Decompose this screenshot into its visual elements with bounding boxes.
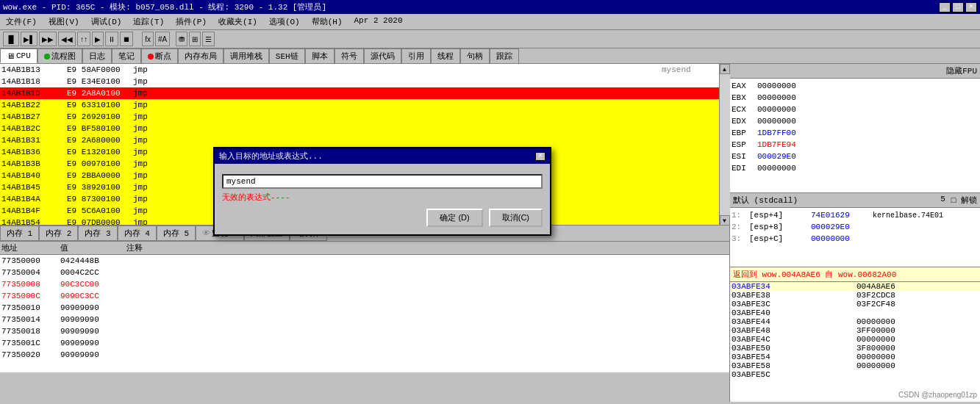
- bottom-tab-mem3[interactable]: 内存 3: [78, 226, 117, 241]
- tab-script[interactable]: 脚本: [305, 48, 335, 63]
- table-row[interactable]: 14AB1B27 E9 26920100 jmp: [0, 111, 719, 123]
- toolbar-btn-3[interactable]: ◀◀: [58, 32, 76, 46]
- bottom-tab-mem4[interactable]: 内存 4: [118, 226, 157, 241]
- hint-unlock[interactable]: □ 解锁: [951, 195, 977, 206]
- tab-breakpoints[interactable]: 断点: [141, 48, 178, 63]
- table-row[interactable]: 14AB1B18 E9 E34E0100 jmp: [0, 76, 719, 87]
- list-item[interactable]: 03ABFE58 00000000: [730, 361, 980, 370]
- code-scrollbar[interactable]: ▲ ▼: [719, 64, 729, 226]
- mem-comment: [125, 302, 729, 314]
- dialog-cancel-btn[interactable]: 取消(C): [489, 209, 543, 227]
- scroll-down-btn[interactable]: ▼: [720, 215, 730, 226]
- list-item[interactable]: 77350018 90909090: [0, 325, 729, 337]
- tab-trace[interactable]: 跟踪: [490, 48, 519, 63]
- tab-symbols[interactable]: 符号: [335, 48, 364, 63]
- table-row[interactable]: 14AB1B1D → E9 2A8A0100 jmp: [0, 87, 719, 99]
- list-item[interactable]: 03ABFE4C 00000000: [730, 335, 980, 344]
- list-item[interactable]: 77350020 90909090: [0, 349, 729, 361]
- reg-val[interactable]: 1DB7FF00: [757, 129, 816, 137]
- table-row[interactable]: 14AB1B13 E9 58AF0000 jmp mysend: [0, 64, 719, 76]
- tab-notes[interactable]: 笔记: [112, 48, 141, 63]
- tab-handles[interactable]: 句柄: [460, 48, 490, 63]
- toolbar-btn-1[interactable]: ▶▌: [21, 32, 37, 46]
- menu-debug[interactable]: 调试(D): [88, 15, 125, 28]
- table-row[interactable]: 14AB1B2C E9 BF580100 jmp: [0, 123, 719, 134]
- toolbar-btn-4[interactable]: ↑↑: [77, 32, 90, 46]
- menu-options[interactable]: 选项(O): [266, 15, 303, 28]
- code-bytes: E9 2BBA0000: [65, 170, 132, 181]
- menu-help[interactable]: 帮助(H): [309, 15, 346, 28]
- code-bytes: E9 5C6A0100: [65, 205, 132, 217]
- list-item[interactable]: 77350000 0424448B: [0, 255, 729, 267]
- list-item[interactable]: 7735000C 9090C3CC: [0, 290, 729, 302]
- stack-expr: [esp+C]: [749, 234, 808, 243]
- toolbar-btn-2[interactable]: ▶▶: [39, 32, 57, 46]
- tab-call-stack[interactable]: 调用堆栈: [223, 48, 269, 63]
- list-item[interactable]: 03ABFE5C: [730, 370, 980, 379]
- menu-file[interactable]: 文件(F): [3, 15, 40, 28]
- tab-flowchart[interactable]: 流程图: [37, 48, 82, 63]
- tab-refs[interactable]: 引用: [401, 48, 431, 63]
- tab-cpu[interactable]: 🖥 CPU: [0, 48, 37, 63]
- list-item[interactable]: 03ABFE48 3FF00000: [730, 326, 980, 335]
- register-row: EDI 00000000: [732, 162, 979, 174]
- reg-val[interactable]: 000029E0: [757, 152, 816, 161]
- bottom-tab-mem2[interactable]: 内存 2: [39, 226, 78, 241]
- list-item[interactable]: 03ABFE40: [730, 309, 980, 317]
- scroll-track[interactable]: [720, 74, 730, 215]
- toolbar-extra1[interactable]: ⛃: [176, 32, 187, 46]
- menu-view[interactable]: 视图(V): [46, 15, 82, 28]
- list-item[interactable]: 03ABFE34 004A8AE6: [730, 282, 980, 291]
- tab-threads[interactable]: 线程: [431, 48, 460, 63]
- reg-val[interactable]: 00000000: [757, 82, 816, 90]
- code-bytes: E9 07DB0000: [65, 217, 132, 226]
- menu-trace[interactable]: 追踪(T): [130, 15, 167, 28]
- bottom-tab-mem1[interactable]: 内存 1: [0, 226, 39, 241]
- list-item[interactable]: 77350008 90C3CC00: [0, 278, 729, 290]
- toolbar-extra2[interactable]: ⊞: [189, 32, 201, 46]
- register-header[interactable]: 隐藏FPU: [730, 64, 980, 79]
- toolbar-btn-0[interactable]: ▐▌: [3, 32, 19, 46]
- menu-favorites[interactable]: 收藏夹(I): [215, 15, 260, 28]
- list-item[interactable]: 03ABFE38 03F2CDC8: [730, 291, 980, 300]
- bottom-tab-mem5[interactable]: 内存 5: [157, 226, 196, 241]
- reg-val[interactable]: 00000000: [757, 164, 816, 173]
- code-addr: 14AB1B4F: [0, 205, 55, 217]
- dialog-close-btn[interactable]: ×: [535, 152, 546, 161]
- list-item[interactable]: 03ABFE3C 03F2CF48: [730, 300, 980, 309]
- list-item[interactable]: 03ABFE50 3F800000: [730, 344, 980, 353]
- code-bp: [55, 158, 65, 170]
- list-item[interactable]: 77350014 90909090: [0, 314, 729, 325]
- close-btn[interactable]: ×: [965, 2, 977, 12]
- toolbar-btn-5[interactable]: ▶: [92, 32, 104, 46]
- maximize-btn[interactable]: □: [952, 2, 964, 12]
- toolbar-btn-7[interactable]: ⏹: [120, 32, 133, 46]
- list-item[interactable]: 77350004 0004C2CC: [0, 267, 729, 278]
- reg-val[interactable]: 1DB7FE94: [757, 140, 816, 149]
- tab-source[interactable]: 源代码: [364, 48, 401, 63]
- mem-val: 90909090: [59, 349, 125, 361]
- reg-val[interactable]: 00000000: [757, 93, 816, 102]
- dialog-input[interactable]: [222, 174, 543, 189]
- minimize-btn[interactable]: _: [939, 2, 951, 12]
- menu-plugin[interactable]: 插件(P): [173, 15, 210, 28]
- list-item[interactable]: 77350010 90909090: [0, 302, 729, 314]
- window-controls[interactable]: _ □ ×: [939, 2, 977, 12]
- list-item[interactable]: 03ABFE54 00000000: [730, 353, 980, 361]
- table-row[interactable]: 14AB1B22 E9 63310100 jmp: [0, 99, 719, 111]
- list-item[interactable]: 03ABFE44 00000000: [730, 317, 980, 326]
- tab-log[interactable]: 日志: [82, 48, 112, 63]
- toolbar-fx[interactable]: fx: [142, 32, 154, 46]
- hide-fpu-btn[interactable]: 隐藏FPU: [946, 67, 977, 76]
- list-item[interactable]: 7735001C 90909090: [0, 337, 729, 349]
- toolbar-btn-6[interactable]: ⏸: [105, 32, 118, 46]
- reg-val[interactable]: 00000000: [757, 105, 816, 114]
- tab-seh[interactable]: SEH链: [269, 48, 305, 63]
- dialog-confirm-btn[interactable]: 确定 (D): [426, 209, 482, 227]
- table-row[interactable]: 14AB1B31 E9 2A680000 jmp: [0, 134, 719, 146]
- toolbar-extra3[interactable]: ☰: [202, 32, 215, 46]
- reg-val[interactable]: 00000000: [757, 117, 816, 126]
- tab-memory-layout[interactable]: 内存布局: [178, 48, 223, 63]
- toolbar-hash-a[interactable]: #A: [155, 32, 170, 46]
- scroll-up-btn[interactable]: ▲: [720, 64, 730, 74]
